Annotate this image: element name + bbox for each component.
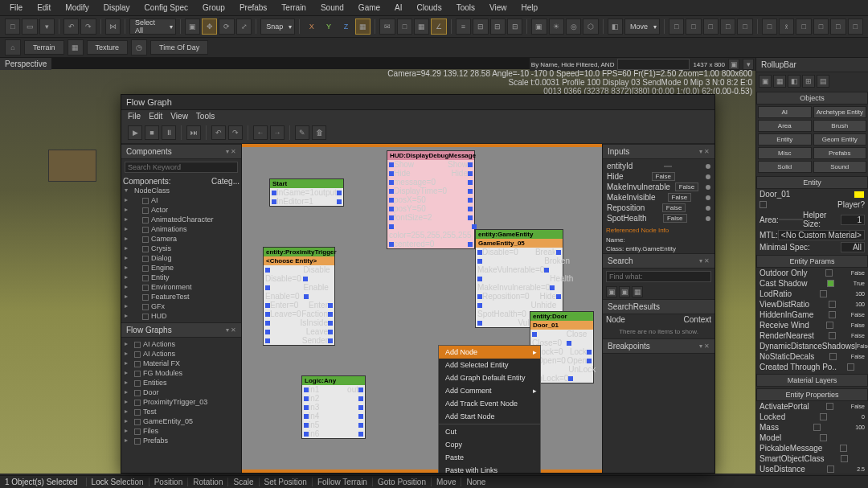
comp-ai[interactable]: AI	[123, 195, 240, 205]
search-opt2[interactable]: ▣	[619, 286, 630, 297]
scale-icon[interactable]: ⤢	[236, 18, 252, 35]
input-row[interactable]: MakeInvisibleFalse	[604, 192, 713, 203]
select-all-dropdown[interactable]: Select All	[129, 18, 176, 35]
player-check[interactable]	[760, 201, 767, 208]
t10-icon[interactable]: □	[848, 18, 863, 35]
vp-btn1[interactable]: ▣	[728, 59, 739, 70]
vp-btn2[interactable]: ▾	[743, 59, 754, 70]
box-icon[interactable]: □	[397, 18, 412, 35]
play-icon[interactable]: ▶	[128, 125, 142, 140]
mail-icon[interactable]: ✉	[379, 18, 395, 35]
nodeclass-row[interactable]: NodeClass	[123, 186, 240, 195]
obj-geomentity[interactable]: Geom Entity	[813, 133, 867, 146]
clock-icon[interactable]: ◷	[131, 39, 147, 55]
node-proxtrigger[interactable]: entity:ProximityTrigger <Choose Entity> …	[263, 247, 335, 346]
open-icon[interactable]: ▭	[22, 18, 37, 35]
ctx-copy[interactable]: Copy	[439, 438, 540, 451]
axis-y[interactable]: Y	[321, 18, 336, 35]
ctx-add-selected-entity[interactable]: Add Selected Entity	[439, 359, 540, 371]
ctx-head[interactable]: Add Node	[439, 346, 540, 359]
menu-modify[interactable]: Modify	[62, 2, 92, 14]
mtl-val[interactable]: <No Custom Material>	[778, 230, 865, 240]
tab-timeofday[interactable]: Time Of Day	[150, 40, 208, 55]
t9-icon[interactable]: □	[830, 18, 845, 35]
trash-icon[interactable]: 🗑	[312, 125, 326, 140]
comp-entity[interactable]: Entity	[123, 273, 240, 282]
ctx-add-graph-default-entity[interactable]: Add Graph Default Entity	[439, 371, 540, 384]
light-icon[interactable]: ☀	[549, 18, 564, 35]
fg-materialfx[interactable]: Material FX	[123, 359, 240, 368]
color-swatch[interactable]	[854, 191, 865, 199]
t1-icon[interactable]: □	[669, 18, 684, 35]
fg-menu-edit[interactable]: Edit	[149, 112, 162, 121]
input-row[interactable]: RepositionFalse	[604, 203, 713, 213]
helper-val[interactable]: 1	[841, 215, 865, 225]
step-icon[interactable]: ⏭	[186, 125, 201, 140]
fg-aiactions[interactable]: AI Actions	[123, 339, 240, 349]
fg-proximitytrigger_03[interactable]: ProximityTrigger_03	[123, 397, 240, 407]
fg-menu-view[interactable]: View	[170, 112, 188, 121]
viewport-search[interactable]	[617, 59, 690, 70]
menu-tools[interactable]: Tools	[453, 2, 478, 14]
menu-prefabs[interactable]: Prefabs	[236, 2, 270, 14]
comp-engine[interactable]: Engine	[123, 263, 240, 273]
menu-game[interactable]: Game	[355, 2, 383, 14]
ai-icon[interactable]: ◎	[566, 18, 581, 35]
layers-icon[interactable]: ≡	[456, 18, 471, 35]
obj-ai[interactable]: AI	[758, 106, 812, 118]
axis-z[interactable]: Z	[338, 18, 354, 35]
search-opt3[interactable]: ▦	[632, 286, 643, 297]
rtab2-icon[interactable]: ▦	[773, 75, 786, 88]
obj-prefabs[interactable]: Prefabs	[813, 147, 867, 159]
rtab4-icon[interactable]: ⊞	[802, 75, 815, 88]
comp-gfx[interactable]: GFx	[123, 301, 240, 311]
comp-featuretest[interactable]: FeatureTest	[123, 292, 240, 301]
angle-icon[interactable]: ∠	[431, 18, 446, 35]
menu-display[interactable]: Display	[100, 2, 133, 14]
components-search[interactable]	[125, 162, 238, 173]
t5-icon[interactable]: □	[737, 18, 752, 35]
menu-edit[interactable]: Edit	[34, 2, 54, 14]
search-opt1[interactable]: ▣	[606, 286, 617, 297]
obj-solid[interactable]: Solid	[758, 161, 812, 173]
menu-configspec[interactable]: Config Spec	[141, 2, 191, 14]
menu-ai[interactable]: AI	[391, 2, 405, 14]
save-icon[interactable]: ▾	[39, 18, 55, 35]
select-icon[interactable]: ▣	[185, 18, 200, 35]
fg-aiactions[interactable]: AI Actions	[123, 349, 240, 359]
minspec-val[interactable]: All	[841, 242, 865, 252]
fg-entities[interactable]: Entities	[123, 378, 240, 388]
db-icon[interactable]: ⊟	[473, 18, 488, 35]
t7-icon[interactable]: □	[796, 18, 811, 35]
comp-actor[interactable]: Actor	[123, 205, 240, 215]
rtab3-icon[interactable]: ◧	[788, 75, 800, 88]
tab-texture[interactable]: Texture	[87, 40, 129, 55]
ctx-add-track-event-node[interactable]: Add Track Event Node	[439, 397, 540, 410]
input-row[interactable]: entityId	[604, 161, 713, 171]
comp-animatedcharacter[interactable]: AnimatedCharacter	[123, 215, 240, 224]
comp-hud[interactable]: HUD	[123, 311, 240, 321]
input-row[interactable]: MakeInvulnerableFalse	[604, 182, 713, 192]
t4-icon[interactable]: □	[720, 18, 735, 35]
ctx-cut[interactable]: Cut	[439, 425, 540, 438]
comp-environment[interactable]: Environment	[123, 282, 240, 292]
fg-prefabs[interactable]: Prefabs	[123, 436, 240, 445]
axis-x[interactable]: X	[304, 18, 319, 35]
menu-terrain[interactable]: Terrain	[278, 2, 309, 14]
obj-area[interactable]: Area	[758, 120, 812, 132]
snap-dropdown[interactable]: Snap	[260, 18, 295, 35]
fg-gameentity_05[interactable]: GameEntity_05	[123, 416, 240, 426]
ctx-paste[interactable]: Paste	[439, 451, 540, 464]
db2-icon[interactable]: ⊟	[490, 18, 506, 35]
input-row[interactable]: SpotHealthFalse	[604, 213, 713, 223]
t8-icon[interactable]: □	[813, 18, 829, 35]
menu-group[interactable]: Group	[199, 2, 228, 14]
comp-camera[interactable]: Camera	[123, 234, 240, 244]
comp-dialog[interactable]: Dialog	[123, 253, 240, 263]
ctx-add-comment[interactable]: Add Comment	[439, 384, 540, 397]
cam-icon[interactable]: ▣	[531, 18, 547, 35]
fg-menu-tools[interactable]: Tools	[196, 112, 215, 121]
rtab5-icon[interactable]: ▤	[817, 75, 829, 88]
redo2-icon[interactable]: ↷	[228, 125, 243, 140]
tab-terrain[interactable]: Terrain	[24, 40, 64, 55]
